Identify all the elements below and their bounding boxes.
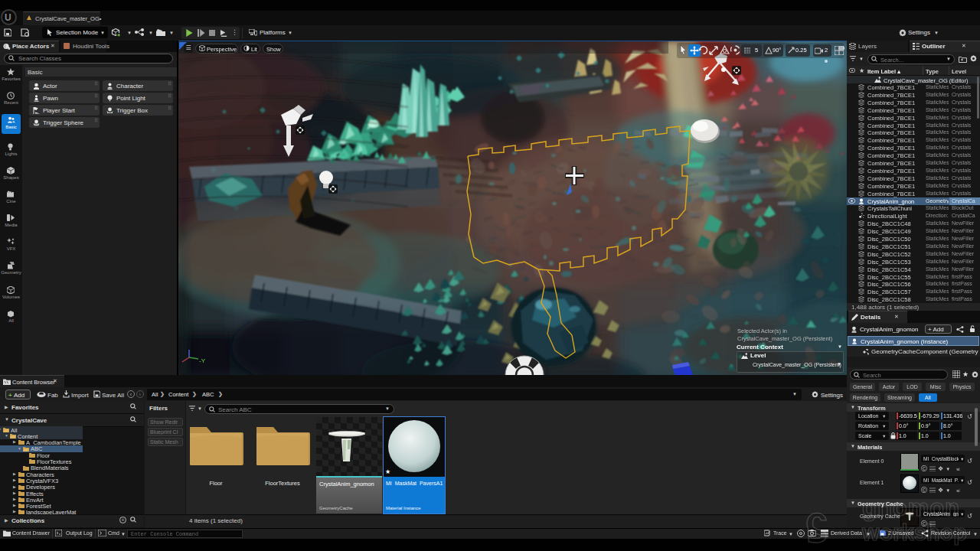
svg-text:-Y: -Y: [199, 357, 206, 364]
